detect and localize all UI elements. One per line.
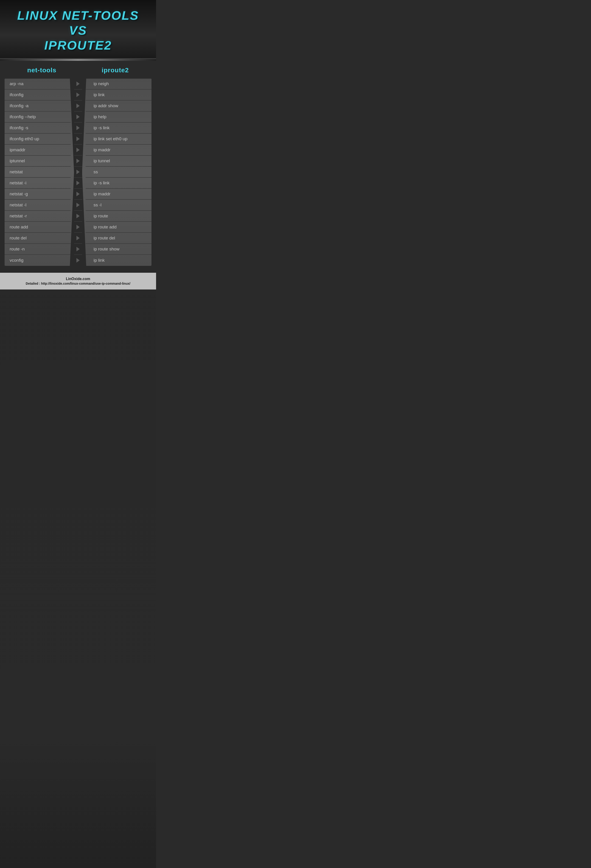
right-cell: ip route [85,211,152,222]
chevron-cell [74,200,82,211]
left-column-header: net-tools [27,66,56,74]
left-cell: route add [4,222,71,233]
right-cell: ss -l [85,200,152,211]
comparison-panels: arp -naifconfigifconfig -aifconfig --hel… [4,78,152,266]
chevron-icon [77,103,80,108]
right-panel: ip neighip linkip addr showip helpip -s … [82,78,152,266]
right-cell: ip tunnel [85,156,152,167]
left-cell: ipmaddr [4,145,71,156]
footer-line2: Detailed : http://linoxide.com/linux-com… [4,282,152,285]
title-line3: IPROUTE2 [7,38,149,53]
right-cell: ip link [85,90,152,100]
left-cell: netstat -l [4,200,71,211]
left-cell: netstat [4,167,71,178]
right-cell: ip addr show [85,100,152,112]
right-cell: ip route show [85,244,152,255]
right-cell: ip maddr [85,145,152,156]
left-cell: vconfig [4,255,71,266]
right-cell: ip maddr [85,189,152,200]
divider-bar [0,59,156,61]
left-cell: iptunnel [4,156,71,167]
left-panel-rows: arp -naifconfigifconfig -aifconfig --hel… [4,78,71,266]
left-cell: route del [4,233,71,244]
right-cell: ip route add [85,222,152,233]
right-cell: ip link [85,255,152,266]
right-column-header: iproute2 [102,66,129,74]
chevron-icon [77,125,80,130]
chevron-cell [74,134,82,145]
chevron-icon [77,214,80,218]
left-cell: netstat -r [4,211,71,222]
title-line1: LINUX NET-TOOLS [7,8,149,23]
chevron-icon [77,258,80,263]
left-cell: netstat -g [4,189,71,200]
chevron-cell [74,112,82,123]
content-area: net-tools iproute2 arp -naifconfigifconf… [0,61,156,270]
chevron-cell [74,233,82,244]
footer: LinOxide.com Detailed : http://linoxide.… [0,273,156,289]
page-wrapper: LINUX NET-TOOLS VS IPROUTE2 net-tools ip… [0,0,156,868]
chevron-icon [77,81,80,86]
chevron-cell [74,78,82,90]
left-cell: ifconfig -a [4,100,71,112]
right-panel-rows: ip neighip linkip addr showip helpip -s … [85,78,152,266]
chevron-cell [74,100,82,112]
right-cell: ip -s link [85,123,152,134]
chevron-cell [74,156,82,167]
right-cell: ip help [85,112,152,123]
right-cell: ss [85,167,152,178]
chevron-cell [74,178,82,189]
left-cell: ifconfig --help [4,112,71,123]
chevron-icon [77,137,80,141]
chevron-icon [77,247,80,251]
middle-divider [74,78,82,266]
header-title: LINUX NET-TOOLS VS IPROUTE2 [7,8,149,53]
title-line2: VS [7,23,149,38]
chevron-icon [77,148,80,152]
chevron-cell [74,90,82,100]
left-cell: route -n [4,244,71,255]
chevron-icon [77,115,80,119]
chevron-icon [77,236,80,241]
chevron-icon [77,203,80,207]
chevron-cell [74,123,82,134]
left-cell: netstat -i [4,178,71,189]
chevron-cell [74,244,82,255]
chevron-icon [77,225,80,229]
chevron-icon [77,181,80,185]
chevron-cell [74,222,82,233]
left-cell: ifconfig [4,90,71,100]
right-cell: ip route del [85,233,152,244]
left-cell: arp -na [4,78,71,90]
right-cell: ip neigh [85,78,152,90]
chevron-cell [74,211,82,222]
chevron-cell [74,189,82,200]
footer-line1: LinOxide.com [4,277,152,281]
chevron-cell [74,145,82,156]
right-cell: ip link set eth0 up [85,134,152,145]
chevron-cell [74,255,82,266]
right-cell: ip -s link [85,178,152,189]
left-cell: ifconfig eth0 up [4,134,71,145]
chevron-icon [77,170,80,174]
column-headers: net-tools iproute2 [4,64,152,77]
header: LINUX NET-TOOLS VS IPROUTE2 [0,0,156,59]
chevron-cell [74,167,82,178]
left-panel: arp -naifconfigifconfig -aifconfig --hel… [4,78,74,266]
chevron-icon [77,192,80,196]
left-cell: ifconfig -s [4,123,71,134]
chevron-icon [77,93,80,97]
chevron-icon [77,159,80,163]
